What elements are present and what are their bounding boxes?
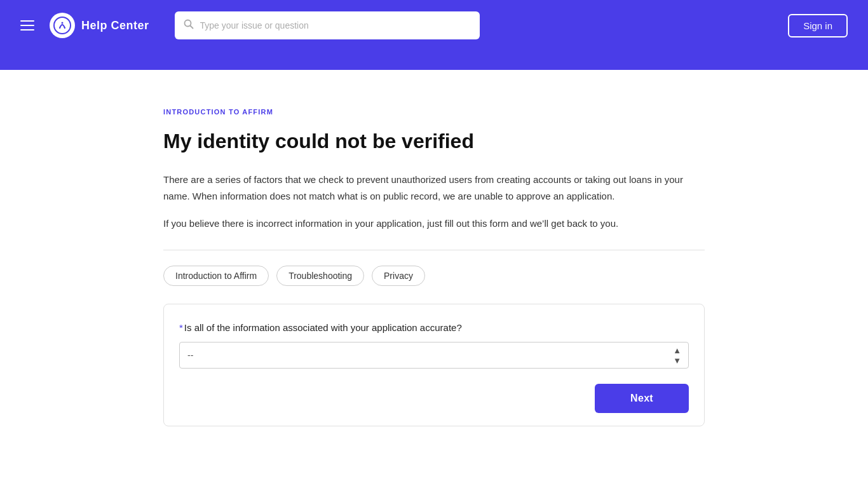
svg-point-1 (62, 22, 64, 24)
form-footer: Next (179, 384, 689, 413)
main-content: INTRODUCTION TO AFFIRM My identity could… (148, 70, 720, 452)
header: Help Center Sign in (0, 0, 868, 51)
affirm-logo-icon (50, 13, 75, 38)
breadcrumb: INTRODUCTION TO AFFIRM (163, 108, 705, 116)
menu-icon[interactable] (20, 20, 34, 30)
application-accurate-select[interactable]: -- Yes No (179, 342, 689, 369)
logo-text: Help Center (81, 19, 149, 32)
form-select-wrap: -- Yes No ▲ ▼ (179, 342, 689, 369)
next-button[interactable]: Next (595, 384, 689, 413)
form-card: *Is all of the information associated wi… (163, 304, 705, 426)
logo-area: Help Center (50, 13, 149, 38)
search-input[interactable] (175, 11, 480, 39)
article-title: My identity could not be verified (163, 128, 705, 154)
tag-introduction[interactable]: Introduction to Affirm (163, 266, 269, 286)
article-body-2: If you believe there is incorrect inform… (163, 215, 705, 232)
tag-troubleshooting[interactable]: Troubleshooting (276, 266, 364, 286)
tags-row: Introduction to Affirm Troubleshooting P… (163, 266, 705, 286)
hero-stripe (0, 51, 868, 70)
tag-privacy[interactable]: Privacy (372, 266, 425, 286)
search-container (175, 11, 480, 39)
divider (163, 250, 705, 250)
required-indicator: * (179, 322, 183, 333)
form-question: *Is all of the information associated wi… (179, 322, 689, 333)
signin-button[interactable]: Sign in (788, 14, 848, 37)
article-body-1: There are a series of factors that we ch… (163, 172, 705, 204)
